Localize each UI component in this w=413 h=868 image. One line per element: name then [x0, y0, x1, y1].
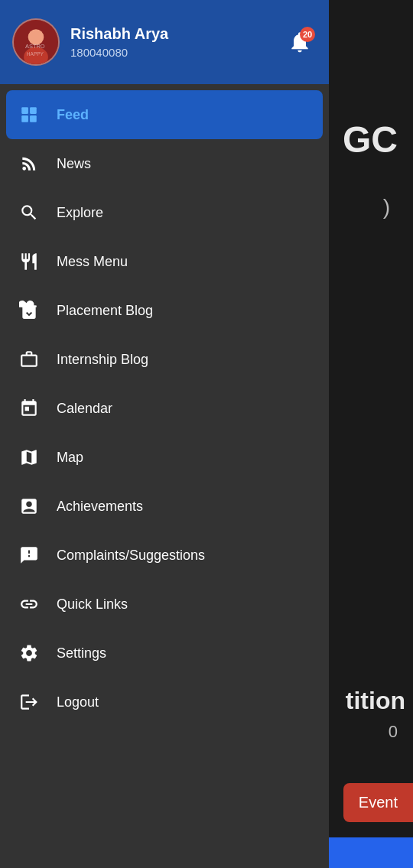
feed-icon — [18, 104, 40, 125]
sidebar-item-label-news: News — [57, 156, 91, 172]
sidebar-item-label-feed: Feed — [57, 107, 89, 123]
sidebar-item-label-settings: Settings — [57, 645, 106, 662]
profile-name: Rishabh Arya — [70, 25, 168, 43]
achievements-icon — [18, 496, 40, 517]
sidebar-item-map[interactable]: Map — [0, 433, 329, 482]
bg-competition-text: tition — [346, 687, 405, 715]
sidebar-item-label-achievements: Achievements — [57, 499, 143, 515]
sidebar-item-label-internship-blog: Internship Blog — [57, 352, 148, 368]
logout-icon — [18, 691, 40, 713]
svg-rect-7 — [21, 115, 28, 122]
bg-gc-text: GC — [343, 119, 398, 161]
sidebar-item-label-map: Map — [57, 450, 83, 466]
sidebar-item-label-placement-blog: Placement Blog — [57, 303, 153, 319]
complaints-icon — [18, 545, 40, 566]
sidebar-item-label-mess-menu: Mess Menu — [57, 254, 128, 270]
mess-menu-icon — [18, 251, 40, 272]
sidebar-item-label-complaints: Complaints/Suggestions — [57, 548, 205, 564]
sidebar-item-quick-links[interactable]: Quick Links — [0, 580, 329, 629]
sidebar-item-label-quick-links: Quick Links — [57, 597, 128, 613]
avatar: ASTRO HAPPY — [12, 18, 60, 66]
sidebar-item-mess-menu[interactable]: Mess Menu — [0, 237, 329, 286]
internship-blog-icon — [18, 349, 40, 370]
calendar-icon — [18, 398, 40, 419]
sidebar-item-feed[interactable]: Feed — [6, 90, 323, 139]
explore-icon — [18, 202, 40, 223]
sidebar-item-label-explore: Explore — [57, 205, 103, 221]
svg-rect-9 — [21, 306, 37, 307]
bg-bracket-text: ) — [383, 195, 390, 219]
drawer-header: ASTRO HAPPY Rishabh Arya 180040080 20 — [0, 0, 329, 84]
news-icon — [18, 153, 40, 174]
placement-blog-icon — [18, 300, 40, 321]
sidebar-item-label-logout: Logout — [57, 694, 99, 710]
sidebar-item-placement-blog[interactable]: Placement Blog — [0, 286, 329, 335]
svg-rect-5 — [21, 107, 28, 114]
settings-icon — [18, 642, 40, 664]
sidebar-item-calendar[interactable]: Calendar — [0, 384, 329, 433]
profile-section[interactable]: ASTRO HAPPY Rishabh Arya 180040080 — [12, 18, 168, 66]
navigation-drawer: ASTRO HAPPY Rishabh Arya 180040080 20 — [0, 0, 329, 868]
sidebar-item-news[interactable]: News — [0, 139, 329, 188]
sidebar-item-label-calendar: Calendar — [57, 401, 112, 417]
sidebar-item-internship-blog[interactable]: Internship Blog — [0, 335, 329, 384]
sidebar-item-settings[interactable]: Settings — [0, 629, 329, 678]
map-icon — [18, 447, 40, 468]
bg-event-button[interactable]: Event — [343, 783, 413, 822]
notification-badge: 20 — [300, 27, 315, 42]
svg-text:HAPPY: HAPPY — [27, 51, 44, 57]
sidebar-item-achievements[interactable]: Achievements — [0, 482, 329, 531]
notification-button[interactable]: 20 — [283, 25, 317, 59]
svg-rect-8 — [30, 115, 37, 122]
quick-links-icon — [18, 593, 40, 615]
profile-id: 180040080 — [70, 46, 168, 59]
svg-text:ASTRO: ASTRO — [25, 43, 45, 50]
bg-zero-text: 0 — [389, 722, 398, 742]
sidebar-item-explore[interactable]: Explore — [0, 188, 329, 237]
sidebar-item-logout[interactable]: Logout — [0, 678, 329, 727]
avatar-image: ASTRO HAPPY — [14, 20, 58, 64]
profile-info: Rishabh Arya 180040080 — [70, 25, 168, 59]
bg-blue-bar — [321, 837, 413, 868]
svg-rect-6 — [30, 107, 37, 114]
sidebar-item-complaints[interactable]: Complaints/Suggestions — [0, 531, 329, 580]
nav-list: Feed News Explore — [0, 84, 329, 868]
